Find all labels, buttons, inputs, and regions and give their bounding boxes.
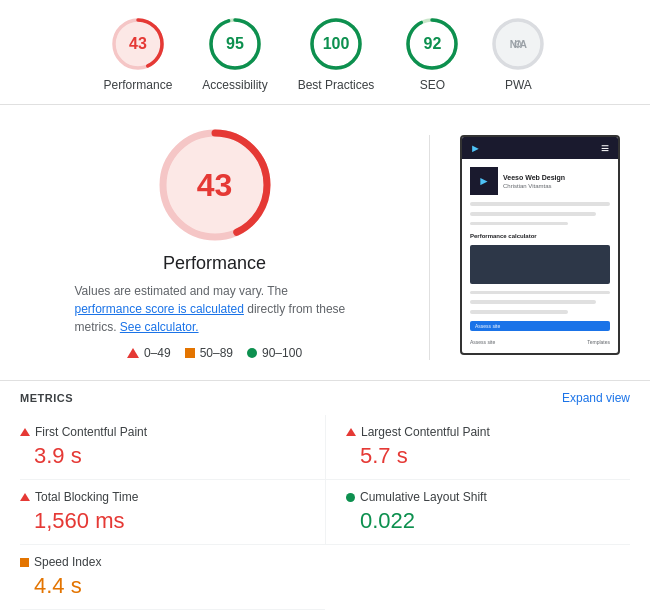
cls-indicator xyxy=(346,493,355,502)
performance-title: Performance xyxy=(163,253,266,274)
metric-lcp: Largest Contentful Paint 5.7 s xyxy=(325,415,630,480)
calculator-link[interactable]: See calculator. xyxy=(120,320,199,334)
section-title: Performance calculator xyxy=(470,233,610,239)
legend-average-range: 50–89 xyxy=(200,346,233,360)
text-line-5 xyxy=(470,300,596,304)
fail-icon xyxy=(127,348,139,358)
legend-pass-range: 90–100 xyxy=(262,346,302,360)
si-label: Speed Index xyxy=(34,555,101,569)
score-item-best-practices[interactable]: 100 Best Practices xyxy=(298,16,375,92)
main-content: 43 Performance Values are estimated and … xyxy=(0,105,650,380)
metric-cls: Cumulative Layout Shift 0.022 xyxy=(325,480,630,545)
scores-row: 43 Performance 95 Accessibility 100 Best… xyxy=(0,0,650,105)
text-line-2 xyxy=(470,212,596,216)
tbt-label: Total Blocking Time xyxy=(35,490,138,504)
green-dot-icon xyxy=(346,493,355,502)
score-value-pwa: N/A xyxy=(510,39,527,50)
metric-si: Speed Index 4.4 s xyxy=(20,545,325,610)
score-value-performance: 43 xyxy=(129,35,147,53)
performance-description: Values are estimated and may vary. The p… xyxy=(75,282,355,336)
text-line-3 xyxy=(470,222,568,226)
metric-tbt-name-row: Total Blocking Time xyxy=(20,490,305,504)
lcp-label: Largest Contentful Paint xyxy=(361,425,490,439)
score-item-seo[interactable]: 92 SEO xyxy=(404,16,460,92)
score-circle-performance: 43 xyxy=(110,16,166,72)
lcp-indicator xyxy=(346,428,356,436)
score-label-seo: SEO xyxy=(420,78,445,92)
site-screenshot: ► ≡ ► Veeso Web Design Christian Vitamta… xyxy=(460,135,620,355)
footer-left: Assess site xyxy=(470,339,495,345)
menu-icon: ≡ xyxy=(601,140,610,156)
expand-view-button[interactable]: Expand view xyxy=(562,391,630,405)
tbt-value: 1,560 ms xyxy=(20,508,305,534)
red-triangle-icon xyxy=(346,428,356,436)
cls-value: 0.022 xyxy=(346,508,630,534)
metrics-title: METRICS xyxy=(20,392,73,404)
score-circle-best-practices: 100 xyxy=(308,16,364,72)
metric-tbt: Total Blocking Time 1,560 ms xyxy=(20,480,325,545)
right-panel: ► ≡ ► Veeso Web Design Christian Vitamta… xyxy=(450,125,630,355)
score-circle-accessibility: 95 xyxy=(207,16,263,72)
panel-divider xyxy=(429,135,430,360)
big-score-value: 43 xyxy=(197,167,233,204)
pass-icon xyxy=(247,348,257,358)
legend-item-pass: 90–100 xyxy=(247,346,302,360)
footer-right: Templates xyxy=(587,339,610,345)
metric-si-name-row: Speed Index xyxy=(20,555,305,569)
score-item-accessibility[interactable]: 95 Accessibility xyxy=(202,16,267,92)
score-label-performance: Performance xyxy=(104,78,173,92)
metric-fcp-name-row: First Contentful Paint xyxy=(20,425,305,439)
score-circle-seo: 92 xyxy=(404,16,460,72)
score-value-best-practices: 100 xyxy=(323,35,350,53)
left-panel: 43 Performance Values are estimated and … xyxy=(20,125,409,360)
performance-score-link[interactable]: performance score is calculated xyxy=(75,302,244,316)
metric-fcp: First Contentful Paint 3.9 s xyxy=(20,415,325,480)
person-name: Christian Vitamtas xyxy=(503,183,565,189)
text-line-4 xyxy=(470,291,610,295)
score-label-pwa: PWA xyxy=(505,78,532,92)
legend-fail-range: 0–49 xyxy=(144,346,171,360)
screenshot-logo-area: ► Veeso Web Design Christian Vitamtas xyxy=(470,167,610,195)
score-value-accessibility: 95 xyxy=(226,35,244,53)
average-icon xyxy=(185,348,195,358)
score-item-performance[interactable]: 43 Performance xyxy=(104,16,173,92)
company-name: Veeso Web Design xyxy=(503,173,565,182)
cls-label: Cumulative Layout Shift xyxy=(360,490,487,504)
legend-item-fail: 0–49 xyxy=(127,346,171,360)
dark-area xyxy=(470,245,610,283)
red-triangle-icon xyxy=(20,493,30,501)
legend-item-average: 50–89 xyxy=(185,346,233,360)
metrics-section: METRICS Expand view First Contentful Pai… xyxy=(0,380,650,614)
screenshot-header: ► ≡ xyxy=(462,137,618,159)
terminal-icon: ► xyxy=(470,142,481,154)
big-score-circle: 43 xyxy=(155,125,275,245)
screenshot-footer: Assess site Templates xyxy=(470,339,610,345)
tbt-indicator xyxy=(20,493,30,501)
si-indicator xyxy=(20,558,29,567)
fcp-indicator xyxy=(20,428,30,436)
fcp-label: First Contentful Paint xyxy=(35,425,147,439)
metric-lcp-name-row: Largest Contentful Paint xyxy=(346,425,630,439)
score-value-seo: 92 xyxy=(423,35,441,53)
orange-square-icon xyxy=(20,558,29,567)
score-label-accessibility: Accessibility xyxy=(202,78,267,92)
lcp-value: 5.7 s xyxy=(346,443,630,469)
score-label-best-practices: Best Practices xyxy=(298,78,375,92)
fcp-value: 3.9 s xyxy=(20,443,305,469)
metrics-grid: First Contentful Paint 3.9 s Largest Con… xyxy=(20,415,630,610)
text-line-6 xyxy=(470,310,568,314)
site-logo: ► xyxy=(470,167,498,195)
screenshot-btn: Assess site xyxy=(470,321,610,331)
metric-cls-name-row: Cumulative Layout Shift xyxy=(346,490,630,504)
metrics-header: METRICS Expand view xyxy=(20,381,630,415)
red-triangle-icon xyxy=(20,428,30,436)
score-circle-pwa: ⚙ N/A xyxy=(490,16,546,72)
screenshot-body: ► Veeso Web Design Christian Vitamtas Pe… xyxy=(462,159,618,353)
text-line-1 xyxy=(470,202,610,206)
score-item-pwa[interactable]: ⚙ N/A PWA xyxy=(490,16,546,92)
score-legend: 0–49 50–89 90–100 xyxy=(127,346,302,360)
si-value: 4.4 s xyxy=(20,573,305,599)
